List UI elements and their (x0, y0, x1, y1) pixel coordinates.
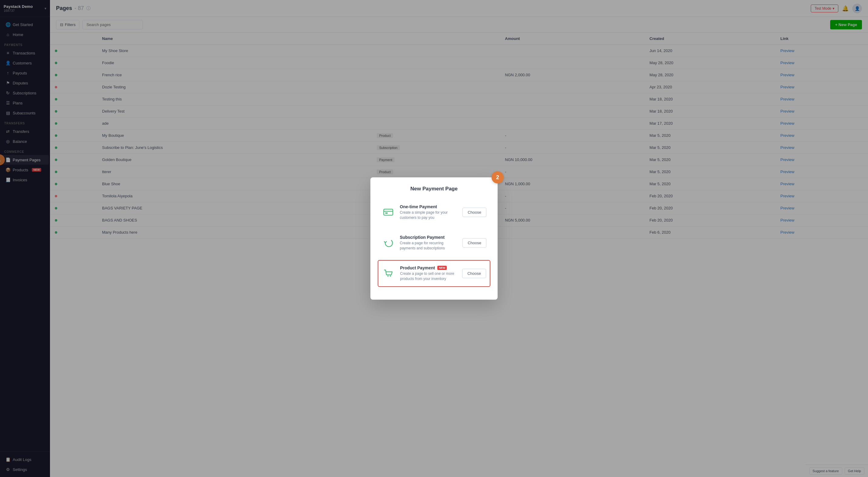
choose-product-button[interactable]: Choose (462, 269, 486, 278)
new-payment-page-modal: New Payment Page One-time Payment Create… (370, 177, 498, 300)
choose-one-time-button[interactable]: Choose (462, 208, 486, 217)
modal-title: New Payment Page (378, 186, 490, 192)
subscription-text: Subscription Payment Create a page for r… (400, 235, 458, 251)
product-payment-option[interactable]: Product Payment NEW Create a page to sel… (378, 260, 490, 287)
svg-point-3 (388, 275, 389, 277)
product-new-badge: NEW (437, 266, 447, 270)
one-time-text: One-time Payment Create a simple page fo… (400, 204, 458, 220)
one-time-title: One-time Payment (400, 204, 458, 209)
one-time-payment-option[interactable]: One-time Payment Create a simple page fo… (378, 199, 490, 226)
callout-bubble-2: 2 (492, 171, 504, 183)
product-desc: Create a page to sell one or more produc… (400, 271, 457, 281)
choose-subscription-button[interactable]: Choose (462, 238, 486, 247)
subscription-desc: Create a page for recurring payments and… (400, 241, 458, 251)
subscription-payment-option[interactable]: Subscription Payment Create a page for r… (378, 230, 490, 256)
one-time-icon (382, 205, 395, 219)
one-time-desc: Create a simple page for your customers … (400, 210, 458, 220)
svg-point-4 (390, 275, 391, 277)
svg-rect-2 (385, 212, 388, 214)
subscription-title: Subscription Payment (400, 235, 458, 240)
subscription-icon (382, 236, 395, 249)
product-title: Product Payment NEW (400, 266, 457, 270)
svg-rect-0 (384, 209, 393, 215)
product-icon (382, 267, 395, 280)
modal-overlay[interactable]: New Payment Page One-time Payment Create… (0, 0, 868, 477)
product-text: Product Payment NEW Create a page to sel… (400, 266, 457, 281)
